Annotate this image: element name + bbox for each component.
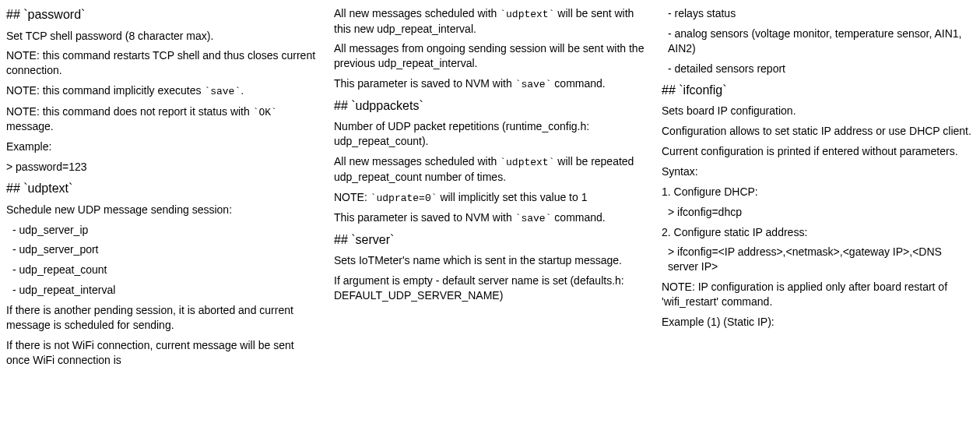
document-columns: ## `password` Set TCP shell password (8 …: [6, 6, 974, 373]
udptext-heading: ## `udptext`: [6, 180, 318, 197]
ifconfig-note2: Current configuration is printed if ente…: [662, 144, 974, 159]
ifconfig-note1: Configuration allows to set static IP ad…: [662, 124, 974, 139]
ifconfig-desc: Sets board IP configuration.: [662, 104, 974, 118]
ifconfig-static-cmd: > ifconfig=<IP address>,<netmask>,<gatew…: [662, 245, 974, 274]
udptext-item2: - udp_server_port: [6, 242, 318, 257]
udppackets-note3: This parameter is saved to NVM with `sav…: [334, 210, 646, 226]
password-note1: NOTE: this command restarts TCP shell an…: [6, 48, 318, 78]
password-note2: NOTE: this command implicitly executes `…: [6, 83, 318, 99]
udptext-cont3: This parameter is saved to NVM with `sav…: [334, 76, 646, 92]
udptext-item1: - udp_server_ip: [6, 223, 318, 238]
udptext-cont2: All messages from ongoing sending sessio…: [334, 41, 646, 71]
column-2: All new messages scheduled with `udptext…: [334, 6, 646, 373]
column-3: - relays status - analog sensors (voltag…: [662, 6, 974, 373]
password-example-label: Example:: [6, 139, 318, 154]
udptext-item4: - udp_repeat_interval: [6, 283, 318, 298]
udppackets-desc: Number of UDP packet repetitions (runtim…: [334, 119, 646, 149]
ifconfig-dhcp-label: 1. Configure DHCP:: [662, 185, 974, 199]
ifconfig-static-label: 2. Configure static IP address:: [662, 225, 974, 240]
ifconfig-example-label: Example (1) (Static IP):: [662, 315, 974, 330]
udppackets-note1: All new messages scheduled with `udptext…: [334, 154, 646, 184]
udptext-note2: If there is not WiFi connection, current…: [6, 338, 318, 368]
list-item-relays: - relays status: [662, 6, 974, 21]
password-note3: NOTE: this command does not report it st…: [6, 104, 318, 134]
udppackets-note2: NOTE: `udprate=0` will implicitly set th…: [334, 190, 646, 206]
list-item-detailed: - detailed sensors report: [662, 62, 974, 76]
server-desc: Sets IoTMeter's name which is sent in th…: [334, 253, 646, 268]
ifconfig-heading: ## `ifconfig`: [662, 82, 974, 99]
ifconfig-dhcp-cmd: > ifconfig=dhcp: [662, 205, 974, 220]
udptext-cont1: All new messages scheduled with `udptext…: [334, 6, 646, 36]
udptext-item3: - udp_repeat_count: [6, 263, 318, 277]
password-heading: ## `password`: [6, 6, 318, 23]
udptext-desc: Schedule new UDP message sending session…: [6, 203, 318, 217]
udppackets-heading: ## `udppackets`: [334, 97, 646, 115]
ifconfig-syntax: Syntax:: [662, 164, 974, 179]
server-note1: If argument is empty - default server na…: [334, 273, 646, 303]
ifconfig-note3: NOTE: IP configuration is applied only a…: [662, 280, 974, 309]
column-1: ## `password` Set TCP shell password (8 …: [6, 6, 318, 373]
password-example: > password=123: [6, 160, 318, 175]
server-heading: ## `server`: [334, 231, 646, 249]
password-desc: Set TCP shell password (8 character max)…: [6, 29, 318, 44]
udptext-note1: If there is another pending session, it …: [6, 303, 318, 333]
list-item-analog: - analog sensors (voltage monitor, tempe…: [662, 26, 974, 56]
